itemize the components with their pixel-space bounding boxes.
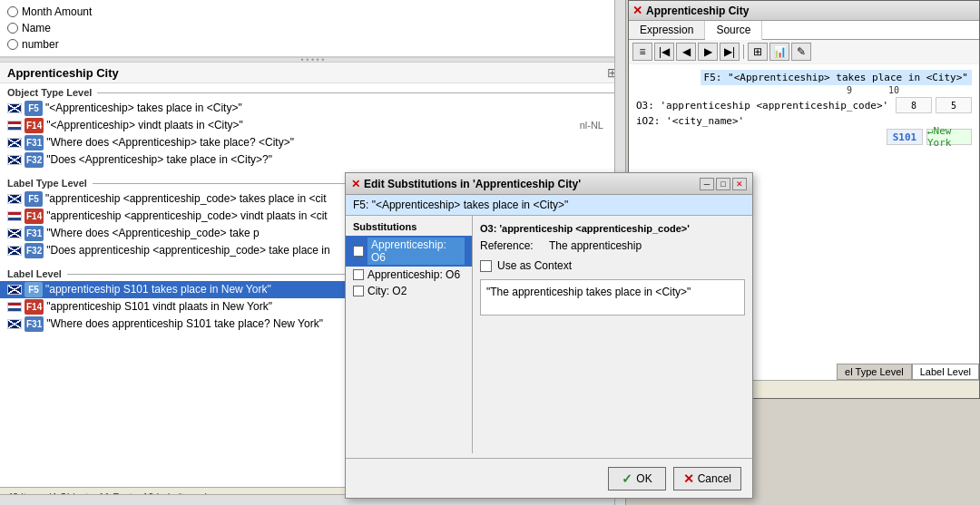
tab-expression[interactable]: Expression — [629, 21, 705, 39]
dialog-controls: ─ □ ✕ — [700, 178, 747, 190]
dialog-app-icon: ✕ — [351, 178, 360, 190]
dialog-header-label: F5: "<Apprenticeship> takes place in <Ci… — [346, 195, 752, 216]
label-type-level-header: Label Type Level — [7, 178, 87, 189]
top-list: Month Amount Name number — [0, 0, 625, 57]
btab-label-level[interactable]: Label Level — [912, 364, 979, 380]
source-content: F5: "<Apprenticeship> takes place in <Ci… — [629, 64, 979, 156]
toolbar-last-btn[interactable]: ▶| — [720, 43, 740, 61]
dialog-body: Substitutions Apprenticeship: O6 Apprent… — [346, 216, 752, 453]
check-icon: ✓ — [622, 471, 632, 486]
f14-badge: F14 — [24, 118, 44, 133]
subst-item-1-label: Apprenticeship: O6 — [368, 238, 465, 265]
llf14-badge: F14 — [24, 299, 44, 315]
flag-uk-icon-7 — [7, 285, 22, 295]
cell-s101: S101 — [887, 129, 923, 145]
col-9: 9 — [847, 85, 852, 95]
use-as-context-label: Use as Context — [497, 259, 572, 272]
preview-text: "The apprenticeship takes place in <City… — [486, 286, 691, 298]
btab-type-level[interactable]: el Type Level — [837, 364, 912, 380]
label-level-header: Label Level — [7, 268, 62, 279]
edit-substitutions-dialog: ✕ Edit Substitutions in 'Apprenticeship … — [345, 172, 753, 499]
tab-source[interactable]: Source — [705, 21, 762, 40]
cell-5: 5 — [936, 97, 972, 113]
lf32-badge: F32 — [24, 243, 44, 258]
reference-value: The apprenticeship — [549, 239, 642, 252]
subst-checkbox-3[interactable] — [353, 286, 364, 296]
flag-nl-icon-3 — [7, 302, 22, 312]
toolbar-grid-btn[interactable]: ⊞ — [748, 43, 768, 61]
dialog-maximize-btn[interactable]: □ — [716, 178, 730, 190]
col-10: 10 — [888, 85, 899, 95]
right-panel-titlebar: ✕ Apprenticeship City — [629, 1, 979, 21]
obj-f31-row[interactable]: F31 "Where does <Apprenticeship> take pl… — [0, 134, 625, 151]
object-type-level-header: Object Type Level — [7, 87, 92, 98]
section-line — [97, 92, 618, 93]
dialog-minimize-btn[interactable]: ─ — [700, 178, 714, 190]
col-numbers: 9 10 — [636, 85, 972, 95]
use-as-context-row: Use as Context — [480, 259, 745, 272]
flag-uk-icon-4 — [7, 194, 22, 204]
dialog-footer: ✓ OK ✕ Cancel — [346, 458, 752, 498]
toolbar-row: ≡ |◀ ◀ ▶ ▶| ⊞ 📊 ✎ — [629, 40, 979, 64]
subst-item-3[interactable]: City: O2 — [346, 283, 472, 299]
left-panel-title: Apprenticeship City — [7, 66, 119, 80]
values-row: S101 ↵New York — [636, 129, 972, 145]
flag-uk-icon-3 — [7, 155, 22, 165]
use-as-context-checkbox[interactable] — [480, 260, 492, 272]
subst-item-highlighted[interactable]: Apprenticeship: O6 — [346, 236, 472, 267]
obj-f5-row[interactable]: F5 "<Apprenticeship> takes place in <Cit… — [0, 100, 625, 117]
toolbar-first-btn[interactable]: |◀ — [654, 43, 674, 61]
llf5-badge: F5 — [24, 282, 43, 297]
f32-badge: F32 — [24, 152, 44, 168]
ok-button[interactable]: ✓ OK — [608, 467, 665, 490]
flag-uk-icon-5 — [7, 228, 22, 238]
dialog-close-btn[interactable]: ✕ — [732, 178, 747, 190]
radio-icon — [7, 39, 18, 50]
substitutions-list-panel: Substitutions Apprenticeship: O6 Apprent… — [346, 216, 473, 453]
reference-label: Reference: — [480, 239, 544, 252]
subst-checkbox-1[interactable] — [353, 246, 364, 257]
lf31-badge: F31 — [24, 226, 44, 241]
io2-row: iO2: '<city_name>' — [636, 115, 972, 127]
f31-badge: F31 — [24, 135, 44, 151]
toolbar-list-btn[interactable]: ≡ — [632, 43, 652, 61]
subst-checkbox-2[interactable] — [353, 269, 364, 280]
toolbar-sep — [743, 44, 744, 59]
title-x-icon: ✕ — [632, 4, 642, 17]
flag-uk-icon-6 — [7, 246, 22, 256]
cell-newyork: ↵New York — [926, 129, 972, 145]
subst-item-2-label: Apprenticeship: O6 — [368, 268, 460, 281]
right-panel-title: Apprenticeship City — [646, 5, 749, 17]
obj-f14-row[interactable]: F14 "<Apprenticeship> vindt plaats in <C… — [0, 117, 625, 134]
flag-nl-icon-2 — [7, 211, 22, 221]
toolbar-edit-btn[interactable]: ✎ — [791, 43, 811, 61]
flag-uk-icon — [7, 103, 22, 113]
f5-badge: F5 — [24, 101, 43, 116]
subst-item-2[interactable]: Apprenticeship: O6 — [346, 267, 472, 283]
list-item-number[interactable]: number — [7, 36, 618, 53]
cell-8: 8 — [896, 97, 932, 113]
subst-item-3-label: City: O2 — [368, 285, 407, 297]
cancel-button[interactable]: ✕ Cancel — [673, 467, 741, 490]
dialog-details-panel: O3: 'apprenticeship <apprenticeship_code… — [473, 216, 752, 453]
list-item-month-amount[interactable]: Month Amount — [7, 4, 618, 20]
llf31-badge: F31 — [24, 316, 44, 332]
dialog-title-text: Edit Substitutions in 'Apprenticeship Ci… — [364, 178, 581, 190]
flag-nl-icon — [7, 121, 22, 131]
preview-box: "The apprenticeship takes place in <City… — [480, 279, 745, 316]
substitutions-title: Substitutions — [346, 221, 472, 236]
flag-uk-icon-8 — [7, 319, 22, 329]
toolbar-chart-btn[interactable]: 📊 — [769, 43, 789, 61]
reference-row: Reference: The apprenticeship — [480, 239, 745, 252]
lf5-badge: F5 — [24, 191, 43, 207]
toolbar-prev-btn[interactable]: ◀ — [676, 43, 696, 61]
io2-label: iO2: '<city_name>' — [636, 115, 972, 127]
obj-f32-row[interactable]: F32 "Does <Apprenticeship> take place in… — [0, 151, 625, 169]
dialog-titlebar: ✕ Edit Substitutions in 'Apprenticeship … — [346, 173, 752, 195]
nl-label: nl-NL — [580, 118, 603, 133]
list-item-name[interactable]: Name — [7, 20, 618, 36]
toolbar-next-btn[interactable]: ▶ — [698, 43, 718, 61]
radio-icon — [7, 23, 18, 34]
x-icon: ✕ — [683, 471, 694, 486]
tabs-row: Expression Source — [629, 21, 979, 40]
